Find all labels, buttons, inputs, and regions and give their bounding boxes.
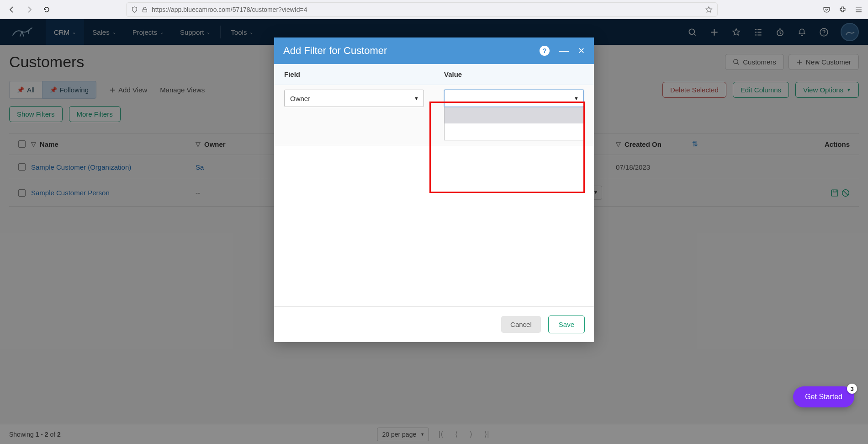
url-bar[interactable]: https://app.bluecamroo.com/57178/custome… [126,2,718,17]
modal-column-headers: Field Value [274,64,594,85]
extensions-icon[interactable] [839,6,847,14]
get-started-button[interactable]: Get Started 3 [793,386,854,407]
value-column-label: Value [434,64,594,85]
svg-rect-0 [143,9,147,12]
field-select[interactable]: Owner [284,90,424,107]
help-icon[interactable]: ? [540,46,550,56]
cancel-button[interactable]: Cancel [501,316,541,333]
save-button[interactable]: Save [548,316,585,333]
value-select[interactable] [444,90,584,107]
forward-icon[interactable] [23,3,36,16]
back-icon[interactable] [5,3,18,16]
shield-icon [131,6,138,13]
add-filter-modal: Add Filter for Customer ? — ✕ Field Valu… [274,37,594,342]
dropdown-option[interactable] [445,123,583,140]
modal-title: Add Filter for Customer [283,45,387,57]
browser-chrome: https://app.bluecamroo.com/57178/custome… [0,0,868,19]
pocket-icon[interactable] [823,6,831,14]
bookmark-star-icon[interactable] [705,6,713,14]
lock-icon [142,6,148,13]
dropdown-option[interactable] [445,107,583,123]
minimize-icon[interactable]: — [559,45,569,57]
value-dropdown-list [444,107,584,140]
modal-header: Add Filter for Customer ? — ✕ [274,37,594,64]
url-text: https://app.bluecamroo.com/57178/custome… [152,6,307,13]
close-icon[interactable]: ✕ [578,46,585,56]
menu-icon[interactable] [855,6,863,14]
get-started-badge: 3 [847,384,857,394]
reload-icon[interactable] [40,3,53,16]
field-column-label: Field [274,64,434,85]
